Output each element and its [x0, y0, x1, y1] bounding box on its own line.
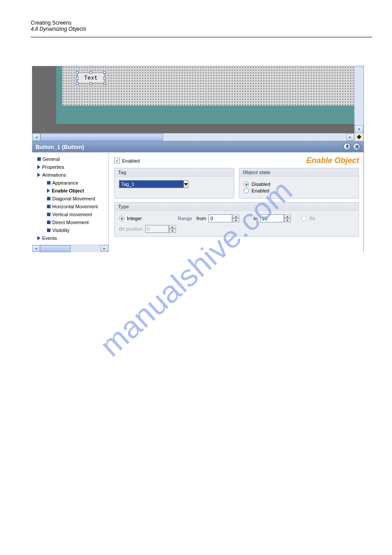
pin-icon[interactable] — [343, 143, 351, 151]
panel-title: Button_1 (Button) — [36, 144, 84, 150]
tree-item-events[interactable]: Events — [32, 234, 108, 242]
canvas-button-widget[interactable]: Text — [77, 73, 104, 83]
tag-input[interactable] — [119, 180, 184, 188]
property-tree: General Properties Animations Appearance… — [32, 152, 108, 245]
tree-item-appearance[interactable]: Appearance — [32, 179, 108, 187]
range-to-input[interactable] — [260, 214, 284, 222]
type-bit-radio — [302, 216, 307, 221]
range-label: Range — [178, 216, 192, 221]
bit-position-field: ▲ ▼ — [145, 225, 176, 233]
from-label: from — [196, 216, 206, 221]
state-enabled-label: Enabled — [252, 188, 269, 193]
app-frame: Text ▼ ◄ ► ✥ — [32, 66, 364, 252]
tree-item-animations[interactable]: Animations — [32, 171, 108, 179]
page-header-subtitle: 4.8 Dynamizing Objects — [31, 26, 372, 32]
tree-item-general[interactable]: General — [32, 155, 108, 163]
canvas-horizontal-scrollbar[interactable]: ◄ ► — [32, 133, 355, 141]
state-disabled-radio[interactable] — [244, 181, 249, 187]
scroll-thumb[interactable] — [40, 245, 71, 252]
canvas-vertical-scrollbar[interactable]: ▼ — [354, 66, 363, 133]
tree-item-direct-movement[interactable]: Direct Movement — [32, 218, 108, 226]
scroll-left-icon[interactable]: ◄ — [32, 134, 40, 141]
state-enabled-radio[interactable] — [244, 188, 249, 193]
move-icon[interactable]: ✥ — [355, 133, 363, 141]
tree-item-vertical-movement[interactable]: Vertical movement — [32, 210, 108, 218]
scroll-right-icon[interactable]: ► — [101, 245, 108, 252]
type-bit-label: Bit — [309, 216, 315, 221]
to-label: to — [253, 216, 257, 221]
tree-item-diagonal-movement[interactable]: Diagonal Movement — [32, 195, 108, 203]
tree-item-properties[interactable]: Properties — [32, 163, 108, 171]
form-page-title: Enable Object — [140, 156, 359, 165]
type-integer-radio[interactable] — [119, 216, 124, 221]
spin-down-icon[interactable]: ▼ — [232, 218, 239, 222]
range-from-field[interactable]: ▲ ▼ — [209, 214, 239, 222]
scroll-thumb[interactable] — [40, 134, 163, 141]
bit-position-input — [145, 225, 169, 233]
enabled-label: Enabled — [122, 158, 140, 163]
tag-group-header: Tag — [115, 168, 234, 177]
spin-up-icon: ▲ — [169, 225, 176, 229]
scroll-left-icon[interactable]: ◄ — [32, 245, 40, 252]
tree-item-horizontal-movement[interactable]: Horizontal Movement — [32, 203, 108, 210]
spin-down-icon: ▼ — [169, 229, 176, 233]
object-state-group-header: Object state — [239, 168, 359, 177]
enabled-checkbox[interactable]: ✓ — [114, 158, 120, 163]
dropdown-icon[interactable] — [184, 180, 188, 188]
scroll-right-icon[interactable]: ► — [346, 134, 354, 141]
range-to-field[interactable]: ▲ ▼ — [260, 214, 291, 222]
spin-down-icon[interactable]: ▼ — [284, 218, 291, 222]
range-from-input[interactable] — [209, 214, 232, 222]
svg-rect-1 — [347, 146, 347, 149]
tree-horizontal-scrollbar[interactable]: ◄ ► — [32, 245, 108, 252]
tree-item-enable-object[interactable]: Enable Object — [32, 187, 108, 195]
page-header-title: Creating Screens — [31, 20, 372, 26]
spin-up-icon[interactable]: ▲ — [284, 214, 291, 218]
bit-position-label: Bit position — [119, 226, 143, 232]
spin-up-icon[interactable]: ▲ — [232, 214, 239, 218]
scroll-down-icon[interactable]: ▼ — [355, 125, 363, 133]
canvas-button-label: Text — [84, 75, 97, 81]
state-disabled-label: Disabled — [252, 181, 270, 187]
tag-combobox[interactable] — [119, 180, 180, 188]
type-group-header: Type — [115, 203, 359, 211]
type-integer-label: Integer — [127, 216, 142, 221]
close-icon[interactable]: ✕ — [353, 143, 361, 151]
tree-item-visibility[interactable]: Visibility — [32, 226, 108, 234]
design-canvas[interactable]: Text ▼ — [32, 66, 363, 133]
